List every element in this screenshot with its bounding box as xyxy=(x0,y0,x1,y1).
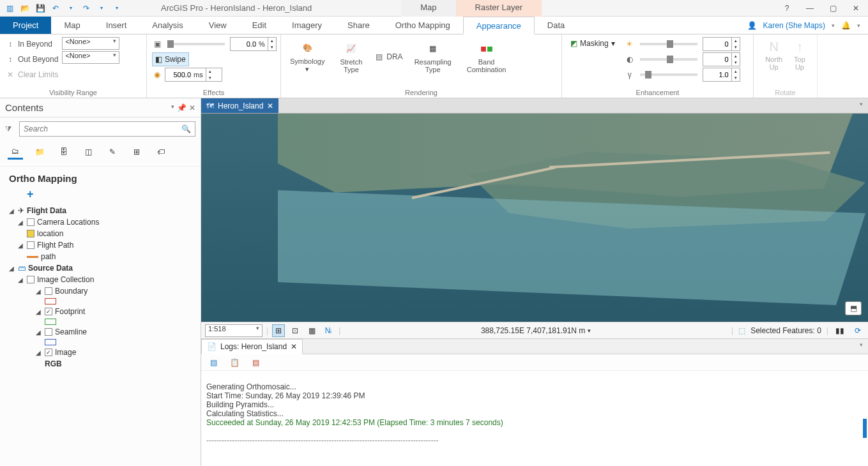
swipe-button[interactable]: ◧Swipe xyxy=(152,52,189,66)
open-project-icon[interactable]: 📂 xyxy=(19,3,31,14)
stretch-type-button[interactable]: 📈 Stretch Type xyxy=(336,38,366,76)
ribbon-collapse-icon[interactable]: ▾ xyxy=(857,22,860,29)
toc-tag-icon[interactable]: 🏷 xyxy=(153,144,169,160)
footprint-checkbox[interactable]: ✓ xyxy=(45,308,52,315)
tree-image-collection[interactable]: ◢Image Collection xyxy=(9,274,192,285)
contents-search-box[interactable]: 🔍 xyxy=(19,121,195,137)
tab-edit[interactable]: Edit xyxy=(240,17,279,34)
tree-seamline[interactable]: ◢Seamline xyxy=(9,326,192,338)
panel-close-icon[interactable]: ✕ xyxy=(189,103,195,112)
image-checkbox[interactable]: ✓ xyxy=(45,349,52,356)
redo-icon[interactable]: ↷ xyxy=(80,3,92,14)
tab-project[interactable]: Project xyxy=(0,17,51,34)
tree-source-data[interactable]: ◢🗃Source Data xyxy=(9,262,192,274)
context-tab-map[interactable]: Map xyxy=(401,0,455,17)
tree-path[interactable]: path xyxy=(9,251,192,262)
out-beyond-select[interactable]: <None> xyxy=(62,51,119,64)
tree-footprint[interactable]: ◢✓Footprint xyxy=(9,306,192,317)
tree-flight-path[interactable]: ◢Flight Path xyxy=(9,239,192,251)
log-tab-heron[interactable]: 📄 Logs: Heron_Island ✕ xyxy=(201,339,303,354)
refresh-icon[interactable]: ⟳ xyxy=(851,324,864,337)
tree-flight-data[interactable]: ◢✈Flight Data xyxy=(9,205,192,216)
dra-icon[interactable]: ▤ xyxy=(374,52,384,62)
masking-button[interactable]: ◩Masking ▾ xyxy=(567,37,618,50)
gamma-slider[interactable] xyxy=(640,73,697,76)
transparency-spinner[interactable]: %▴▾ xyxy=(230,37,277,51)
tab-view[interactable]: View xyxy=(196,17,240,34)
user-icon[interactable]: 👤 xyxy=(747,21,757,30)
filter-icon[interactable]: ⧩ xyxy=(5,124,15,133)
tree-image[interactable]: ◢✓Image xyxy=(9,347,192,358)
toc-source-icon[interactable]: 📁 xyxy=(32,144,47,160)
map-tabs-menu-icon[interactable]: ▾ xyxy=(855,98,868,113)
map-scale-select[interactable]: 1:518 xyxy=(205,324,263,337)
map-correction-icon[interactable]: Nᵢ xyxy=(322,324,335,337)
toc-snapping-icon[interactable]: ✎ xyxy=(105,144,120,160)
camera-checkbox[interactable] xyxy=(27,218,34,226)
undo-dropdown-icon[interactable]: ▾ xyxy=(65,3,77,14)
gamma-spinner[interactable]: ▴▾ xyxy=(703,68,740,82)
log-tabs-menu-icon[interactable]: ▾ xyxy=(855,339,868,354)
tree-boundary[interactable]: ◢Boundary xyxy=(9,285,192,297)
notifications-icon[interactable]: 🔔 xyxy=(841,21,851,30)
map-view[interactable]: ⬒ xyxy=(201,114,868,322)
log-copy-icon[interactable]: 📋 xyxy=(230,358,240,367)
tree-location[interactable]: location xyxy=(9,228,192,239)
tab-data[interactable]: Data xyxy=(535,17,577,34)
add-layer-button[interactable]: + xyxy=(27,188,192,201)
maximize-icon[interactable]: ▢ xyxy=(827,3,839,14)
context-tab-raster[interactable]: Raster Layer xyxy=(456,0,542,17)
flicker-spinner[interactable]: ms▴▾ xyxy=(165,68,222,82)
map-tab-close-icon[interactable]: ✕ xyxy=(267,101,273,110)
contrast-slider[interactable] xyxy=(640,58,697,61)
tree-camera-locations[interactable]: ◢Camera Locations xyxy=(9,216,192,228)
tab-insert[interactable]: Insert xyxy=(93,17,140,34)
log-delete-icon[interactable]: ▤ xyxy=(252,358,259,367)
save-icon[interactable]: 💾 xyxy=(34,3,46,14)
tab-appearance[interactable]: Appearance xyxy=(463,17,535,34)
map-grid-icon[interactable]: ▦ xyxy=(305,324,318,337)
tab-ortho-mapping[interactable]: Ortho Mapping xyxy=(383,17,463,34)
log-open-icon[interactable]: ▤ xyxy=(210,358,217,367)
user-dropdown-icon[interactable]: ▾ xyxy=(832,22,835,29)
toc-editing-icon[interactable]: ◫ xyxy=(80,144,96,160)
help-icon[interactable]: ? xyxy=(781,3,793,14)
toc-draw-order-icon[interactable]: 🗂 xyxy=(8,144,23,160)
panel-menu-icon[interactable]: ▾ xyxy=(171,103,174,112)
flight-path-checkbox[interactable] xyxy=(27,241,34,249)
tab-map[interactable]: Map xyxy=(51,17,93,34)
brightness-spinner[interactable]: ▴▾ xyxy=(703,37,740,51)
seamline-checkbox[interactable] xyxy=(45,328,52,336)
toc-labeling-icon[interactable]: ⊞ xyxy=(129,144,144,160)
image-collection-checkbox[interactable] xyxy=(27,276,34,283)
contrast-spinner[interactable]: ▴▾ xyxy=(703,52,740,66)
log-scrollbar[interactable] xyxy=(863,419,867,438)
selected-features-icon[interactable]: ⬚ xyxy=(738,326,745,335)
transparency-slider[interactable] xyxy=(167,43,225,45)
new-project-icon[interactable]: ▥ xyxy=(4,3,15,14)
navigator-icon[interactable]: ⬒ xyxy=(845,301,862,315)
toc-selection-icon[interactable]: 🗄 xyxy=(56,144,72,160)
flicker-icon[interactable]: ◉ xyxy=(152,70,162,80)
tab-analysis[interactable]: Analysis xyxy=(139,17,195,34)
close-icon[interactable]: ✕ xyxy=(850,3,862,14)
tab-share[interactable]: Share xyxy=(335,17,383,34)
map-constraints-icon[interactable]: ⊞ xyxy=(272,324,285,337)
search-input[interactable] xyxy=(20,124,178,133)
band-combination-button[interactable]: ◼◼ Band Combination xyxy=(463,38,510,76)
qat-customize-icon[interactable]: ▾ xyxy=(111,3,123,14)
pause-drawing-icon[interactable]: ▮▮ xyxy=(834,324,846,337)
redo-dropdown-icon[interactable]: ▾ xyxy=(96,3,107,14)
panel-pin-icon[interactable]: 📌 xyxy=(177,103,187,112)
in-beyond-select[interactable]: <None> xyxy=(62,37,119,50)
coords-dropdown-icon[interactable]: ▾ xyxy=(588,327,591,334)
tab-imagery[interactable]: Imagery xyxy=(279,17,335,34)
log-body[interactable]: Generating Orthomosaic... Start Time: Su… xyxy=(201,371,868,466)
boundary-checkbox[interactable] xyxy=(45,287,52,295)
map-snapping-icon[interactable]: ⊡ xyxy=(289,324,301,337)
log-tab-close-icon[interactable]: ✕ xyxy=(291,342,297,351)
resampling-button[interactable]: ▦ Resampling Type xyxy=(411,38,455,76)
undo-icon[interactable]: ↶ xyxy=(50,3,61,14)
brightness-slider[interactable] xyxy=(640,43,697,45)
minimize-icon[interactable]: — xyxy=(804,3,816,14)
